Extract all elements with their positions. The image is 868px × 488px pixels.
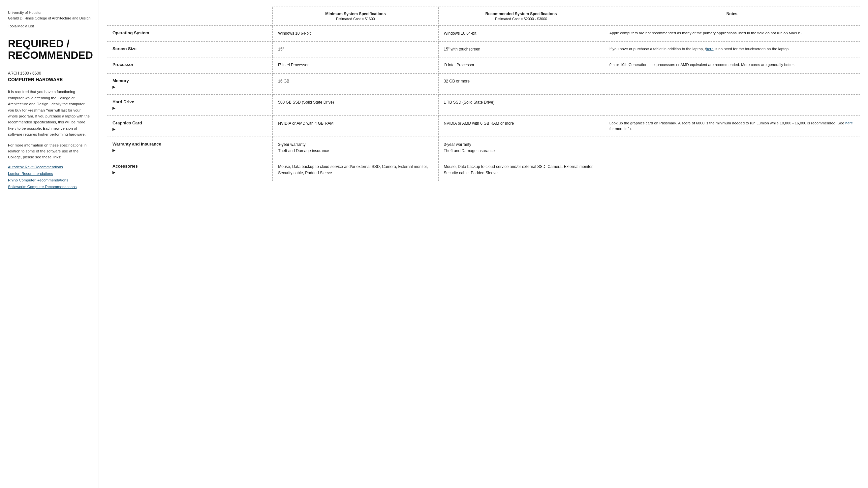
link-solidworks[interactable]: Solidworks Computer Recommendations <box>8 185 91 189</box>
table-row: Graphics Card▸NVIDIA or AMD with 4 GB RA… <box>107 116 860 136</box>
notes-cell-7 <box>604 159 860 181</box>
notes-cell-3 <box>604 73 860 94</box>
table-row: Processori7 Intel Processori9 Intel Proc… <box>107 57 860 73</box>
table-row: Accessories▸Mouse, Data backup to cloud … <box>107 159 860 181</box>
category-bullet: ▸ <box>113 169 267 175</box>
minimum-cell-6: 3-year warrantyTheft and Damage insuranc… <box>273 136 438 159</box>
category-cell-1: Screen Size <box>107 41 273 57</box>
course-title: COMPUTER HARDWARE <box>8 77 91 82</box>
category-bullet: ▸ <box>113 126 267 132</box>
table-row: Warranty and Insurance▸3-year warrantyTh… <box>107 136 860 159</box>
recommended-cell-6: 3-year warrantyTheft and Damage insuranc… <box>438 136 604 159</box>
specs-table: Minimum System Specifications Estimated … <box>107 7 860 181</box>
main-content: Minimum System Specifications Estimated … <box>99 0 868 488</box>
university-college: Gerald D. Hines College of Architecture … <box>8 16 91 21</box>
category-label: Screen Size <box>113 46 267 51</box>
notes-title: Notes <box>610 11 855 16</box>
category-bullet: ▸ <box>113 84 267 90</box>
category-cell-6: Warranty and Insurance▸ <box>107 136 273 159</box>
minimum-cell-3: 16 GB <box>273 73 438 94</box>
sidebar-links: Autodesk Revit Recommendions Lumion Reco… <box>8 165 91 189</box>
university-name: University of Houston <box>8 10 91 16</box>
header-notes: Notes <box>604 7 860 26</box>
link-rhino[interactable]: Rhino Computer Recommendations <box>8 178 91 182</box>
table-row: Memory▸16 GB32 GB or more <box>107 73 860 94</box>
notes-cell-1: If you have or purchase a tablet in addi… <box>604 41 860 57</box>
category-label: Warranty and Insurance <box>113 142 267 147</box>
university-info: University of Houston Gerald D. Hines Co… <box>8 10 91 21</box>
tools-label: Tools/Media List <box>8 24 91 28</box>
minimum-cell-0: Windows 10 64-bit <box>273 26 438 41</box>
recommended-cost: Estimated Cost = $2000 - $3000 <box>444 17 598 21</box>
table-row: Screen Size15"15" with touchscreenIf you… <box>107 41 860 57</box>
category-label: Hard Drive <box>113 99 267 104</box>
category-bullet: ▸ <box>113 147 267 153</box>
minimum-cell-2: i7 Intel Processor <box>273 57 438 73</box>
link-lumion[interactable]: Lumion Recommendations <box>8 172 91 176</box>
category-label: Operating System <box>113 30 267 35</box>
category-cell-2: Processor <box>107 57 273 73</box>
category-cell-3: Memory▸ <box>107 73 273 94</box>
table-header-row: Minimum System Specifications Estimated … <box>107 7 860 26</box>
category-label: Accessories <box>113 164 267 169</box>
table-row: Operating SystemWindows 10 64-bitWindows… <box>107 26 860 41</box>
notes-cell-2: 9th or 10th Generation Intel processors … <box>604 57 860 73</box>
header-empty-cell <box>107 7 273 26</box>
title-line2: RECOMMENDED <box>8 50 91 61</box>
recommended-cell-4: 1 TB SSD (Solid State Drive) <box>438 94 604 116</box>
notes-cell-4 <box>604 94 860 116</box>
sidebar: University of Houston Gerald D. Hines Co… <box>0 0 99 488</box>
minimum-cell-1: 15" <box>273 41 438 57</box>
recommended-cell-2: i9 Intel Processor <box>438 57 604 73</box>
category-cell-7: Accessories▸ <box>107 159 273 181</box>
recommended-cell-1: 15" with touchscreen <box>438 41 604 57</box>
minimum-title: Minimum System Specifications <box>278 11 433 16</box>
notes-cell-0: Apple computers are not recommended as m… <box>604 26 860 41</box>
category-label: Memory <box>113 78 267 83</box>
category-label: Processor <box>113 62 267 67</box>
here-link[interactable]: here <box>706 47 714 51</box>
recommended-cell-3: 32 GB or more <box>438 73 604 94</box>
link-revit[interactable]: Autodesk Revit Recommendions <box>8 165 91 169</box>
title-line1: REQUIRED / <box>8 38 91 50</box>
header-minimum: Minimum System Specifications Estimated … <box>273 7 438 26</box>
minimum-cost: Estimated Cost = $1600 <box>278 17 433 21</box>
notes-cell-6 <box>604 136 860 159</box>
category-label: Graphics Card <box>113 120 267 125</box>
course-number: ARCH 1500 / 6600 <box>8 71 91 75</box>
minimum-cell-7: Mouse, Data backup to cloud service and/… <box>273 159 438 181</box>
notes-cell-5: Look up the graphics card on Passmark. A… <box>604 116 860 136</box>
page-title: REQUIRED / RECOMMENDED <box>8 38 91 61</box>
category-cell-5: Graphics Card▸ <box>107 116 273 136</box>
header-recommended: Recommended System Specifications Estima… <box>438 7 604 26</box>
category-bullet: ▸ <box>113 105 267 111</box>
category-cell-4: Hard Drive▸ <box>107 94 273 116</box>
description2: For more information on these specificat… <box>8 142 91 160</box>
category-cell-0: Operating System <box>107 26 273 41</box>
minimum-cell-5: NVIDIA or AMD with 4 GB RAM <box>273 116 438 136</box>
minimum-cell-4: 500 GB SSD (Solid State Drive) <box>273 94 438 116</box>
recommended-cell-5: NVIDIA or AMD with 6 GB RAM or more <box>438 116 604 136</box>
recommended-cell-7: Mouse, Data backup to cloud service and/… <box>438 159 604 181</box>
recommended-title: Recommended System Specifications <box>444 11 598 16</box>
table-row: Hard Drive▸500 GB SSD (Solid State Drive… <box>107 94 860 116</box>
recommended-cell-0: Windows 10 64-bit <box>438 26 604 41</box>
description1: It is required that you have a functioni… <box>8 89 91 137</box>
here-link[interactable]: here <box>845 121 853 125</box>
